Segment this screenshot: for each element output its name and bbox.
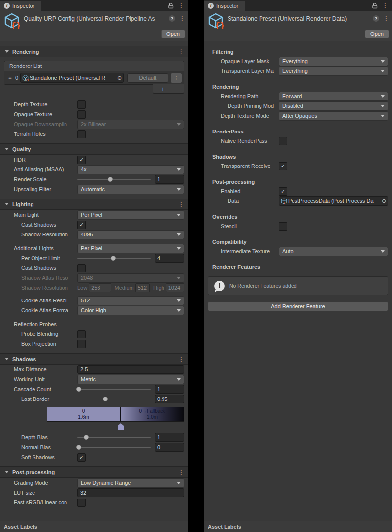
per-object-limit-slider[interactable] <box>77 255 151 262</box>
depth-bias-value[interactable]: 1 <box>155 433 184 442</box>
kebab-menu-icon[interactable]: ⋮ <box>178 469 184 475</box>
slider-handle[interactable] <box>76 445 81 450</box>
section-rendering[interactable]: Rendering ⋮ <box>0 46 188 57</box>
section-shadows[interactable]: Shadows ⋮ <box>0 353 188 365</box>
main-shadow-resolution-dropdown[interactable]: 4096 <box>77 230 184 239</box>
slider-handle[interactable] <box>84 435 89 440</box>
intermediate-texture-dropdown[interactable]: Auto <box>279 247 388 256</box>
open-button[interactable]: Open <box>365 30 389 38</box>
cascade-split-handle[interactable] <box>118 423 124 430</box>
lut-size-input[interactable]: 32 <box>77 488 184 497</box>
section-lighting[interactable]: Lighting ⋮ <box>0 199 188 210</box>
transparent-layer-mask-dropdown[interactable]: Everything <box>279 66 388 76</box>
main-cast-shadows-checkbox[interactable]: ✓ <box>77 221 86 229</box>
per-object-limit-value[interactable]: 4 <box>155 254 184 263</box>
stencil-checkbox[interactable]: ✓ <box>279 222 287 231</box>
section-post-processing[interactable]: Post-processing ⋮ <box>0 466 188 478</box>
rendering-path-dropdown[interactable]: Forward <box>279 92 388 101</box>
cookie-atlas-resolution-row: Cookie Atlas Resol 512 <box>0 296 188 305</box>
object-picker-icon[interactable]: ⊙ <box>116 75 123 81</box>
object-picker-icon[interactable]: ⊙ <box>380 198 388 204</box>
field-label: Data <box>228 198 279 204</box>
section-title: Rendering <box>12 49 39 55</box>
render-scale-value[interactable]: 1 <box>155 175 184 184</box>
kebab-menu-icon[interactable]: ⋮ <box>383 15 389 21</box>
normal-bias-value[interactable]: 0 <box>155 443 184 452</box>
section-quality[interactable]: Quality <box>0 143 188 155</box>
cascade-count-slider[interactable] <box>77 386 151 393</box>
probe-blending-checkbox[interactable]: ✓ <box>77 330 86 338</box>
terrain-holes-checkbox[interactable]: ✓ <box>77 130 86 138</box>
asset-labels-bar[interactable]: Asset Labels <box>0 521 188 532</box>
depth-bias-slider[interactable] <box>77 434 151 441</box>
kebab-menu-icon[interactable]: ⋮ <box>178 2 184 8</box>
cookie-atlas-format-dropdown[interactable]: Color High <box>77 306 184 315</box>
transparent-receive-shadows-checkbox[interactable]: ✓ <box>279 162 287 170</box>
cascade-0-distance: 1.6m <box>78 414 89 420</box>
slider-handle[interactable] <box>111 256 116 261</box>
group-renderpass: RenderPass <box>212 127 392 136</box>
cascade-fallback-distance: 1.0m <box>147 414 158 420</box>
working-unit-dropdown[interactable]: Metric <box>77 375 184 384</box>
asset-labels-bar[interactable]: Asset Labels <box>204 521 392 532</box>
normal-bias-slider[interactable] <box>77 444 151 451</box>
transparent-layer-mask-row: Transparent Layer Ma Everything <box>204 66 392 76</box>
foldout-arrow-icon <box>5 358 9 360</box>
help-icon[interactable]: ? <box>169 15 175 22</box>
kebab-menu-icon[interactable]: ⋮ <box>178 49 184 55</box>
add-renderer-feature-button[interactable]: Add Renderer Feature <box>208 301 388 311</box>
hdr-checkbox[interactable]: ✓ <box>77 156 86 164</box>
slider-handle[interactable] <box>108 177 113 182</box>
fast-srgb-checkbox[interactable]: ✓ <box>77 499 86 507</box>
opaque-layer-mask-dropdown[interactable]: Everything <box>279 57 388 66</box>
upscaling-filter-dropdown[interactable]: Automatic <box>77 185 184 194</box>
kebab-menu-icon[interactable]: ⋮ <box>171 73 182 83</box>
inspector-tab[interactable]: i Inspector <box>0 1 41 11</box>
check-icon: ✓ <box>79 157 84 163</box>
last-border-slider[interactable] <box>77 396 151 402</box>
drag-handle-icon[interactable]: = <box>6 75 13 81</box>
main-light-dropdown[interactable]: Per Pixel <box>77 210 184 220</box>
cascade-count-value[interactable]: 1 <box>155 385 184 394</box>
renderer-object-field[interactable]: Standalone Preset (Universal R ⊙ <box>20 73 124 83</box>
cookie-atlas-resolution-dropdown[interactable]: 512 <box>77 296 184 305</box>
last-border-value[interactable]: 0.95 <box>155 395 184 403</box>
depth-priming-mode-dropdown[interactable]: Disabled <box>279 101 388 111</box>
depth-texture-checkbox[interactable]: ✓ <box>77 100 86 109</box>
lock-icon[interactable] <box>372 2 378 9</box>
msaa-dropdown[interactable]: 4x <box>77 165 184 174</box>
lock-icon[interactable] <box>168 2 174 9</box>
default-button[interactable]: Default <box>127 73 168 83</box>
field-label: Reflection Probes <box>14 321 77 327</box>
help-icon[interactable]: ? <box>373 15 379 22</box>
box-projection-checkbox[interactable]: ✓ <box>77 340 86 348</box>
cascade-split-bar[interactable]: 0 1.6m 0→Fallback 1.0m <box>47 407 184 422</box>
kebab-menu-icon[interactable]: ⋮ <box>382 2 388 8</box>
field-label: LUT size <box>14 490 77 496</box>
additional-cast-shadows-checkbox[interactable]: ✓ <box>77 264 86 272</box>
kebab-menu-icon[interactable]: ⋮ <box>179 15 185 21</box>
asset-header: Standalone Preset (Universal Renderer Da… <box>204 11 392 41</box>
soft-shadows-checkbox[interactable]: ✓ <box>77 453 86 462</box>
max-distance-input[interactable]: 2.5 <box>77 365 184 374</box>
slider-handle[interactable] <box>103 397 108 401</box>
kebab-menu-icon[interactable]: ⋮ <box>178 201 184 207</box>
field-label: Per Object Limit <box>21 255 77 261</box>
slider-handle[interactable] <box>76 387 81 392</box>
render-scale-slider[interactable] <box>77 176 151 183</box>
depth-texture-mode-dropdown[interactable]: After Opaques <box>279 111 388 121</box>
add-icon[interactable]: + <box>161 86 165 92</box>
kebab-menu-icon[interactable]: ⋮ <box>178 356 184 362</box>
native-renderpass-checkbox[interactable]: ✓ <box>279 137 287 145</box>
post-enabled-checkbox[interactable]: ✓ <box>279 187 287 196</box>
opaque-texture-checkbox[interactable]: ✓ <box>77 110 86 119</box>
tab-bar: i Inspector ⋮ <box>204 0 392 11</box>
additional-lights-dropdown[interactable]: Per Pixel <box>77 244 184 253</box>
chevron-down-icon <box>177 168 181 171</box>
remove-icon[interactable]: − <box>172 86 176 92</box>
grading-mode-dropdown[interactable]: Low Dynamic Range <box>77 478 184 488</box>
post-process-data-object-field[interactable]: PostProcessData (Post Process Da ⊙ <box>279 196 388 206</box>
inspector-tab[interactable]: i Inspector <box>204 1 245 11</box>
normal-bias-row: Normal Bias 0 <box>0 442 188 452</box>
open-button[interactable]: Open <box>161 30 185 38</box>
